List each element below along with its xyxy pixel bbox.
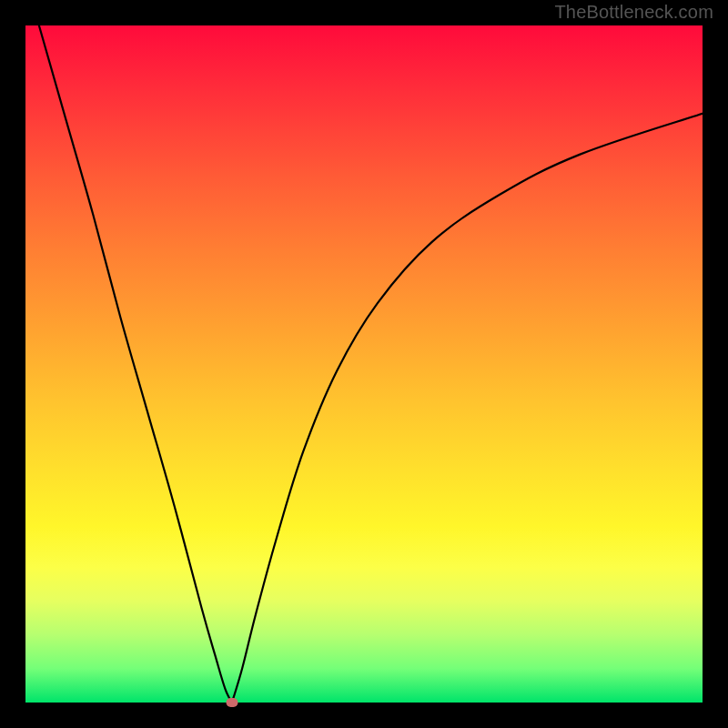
chart-container: TheBottleneck.com (0, 0, 728, 728)
curve-right-branch (232, 114, 703, 703)
bottleneck-marker (226, 698, 238, 707)
watermark-text: TheBottleneck.com (554, 2, 713, 23)
plot-area (25, 25, 703, 703)
curve-layer (25, 25, 703, 703)
curve-left-branch (39, 25, 232, 703)
